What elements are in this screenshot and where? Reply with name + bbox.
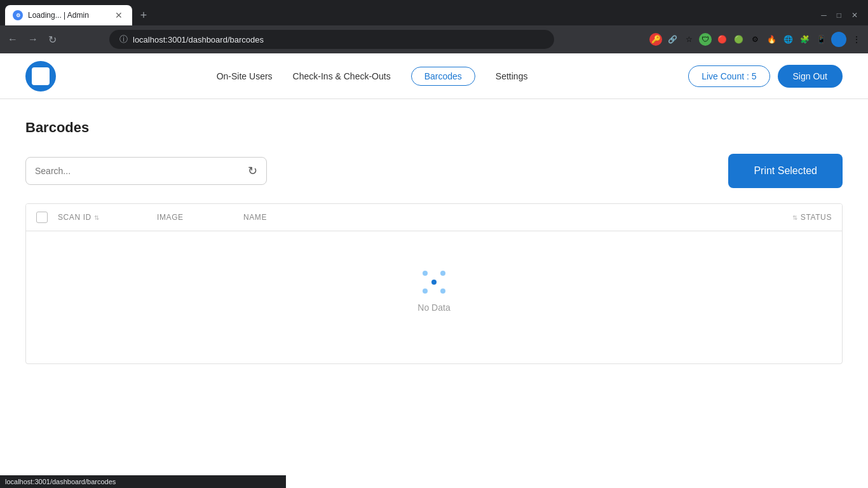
th-image[interactable]: IMAGE — [157, 213, 233, 222]
window-maximize[interactable]: □ — [837, 11, 841, 20]
th-status-sort-icon: ⇅ — [792, 214, 798, 221]
back-button[interactable]: ← — [5, 31, 20, 48]
password-icon[interactable]: 🔑 — [649, 33, 662, 46]
nav-link-settings[interactable]: Settings — [496, 67, 528, 85]
address-bar-row: ← → ↻ ⓘ localhost:3001/dashboard/barcode… — [0, 25, 868, 53]
reload-button[interactable]: ↻ — [46, 31, 59, 48]
th-scan-id[interactable]: SCAN ID ⇅ — [58, 213, 147, 222]
page-content: Barcodes ↻ Print Selected SCAN ID ⇅ IMAG… — [0, 99, 868, 384]
extension-7-icon[interactable]: 🧩 — [798, 33, 811, 46]
no-data-area: No Data — [26, 231, 842, 363]
extension-3-icon[interactable]: 🟢 — [732, 33, 745, 46]
window-minimize[interactable]: ─ — [821, 11, 827, 20]
nav-right: Live Count : 5 Sign Out — [688, 65, 843, 88]
nav-link-barcodes[interactable]: Barcodes — [411, 67, 475, 86]
extension-5-icon[interactable]: 🔥 — [765, 33, 778, 46]
th-status-label: STATUS — [801, 213, 832, 222]
logo-inner — [32, 67, 50, 85]
nav-link-on-site-users[interactable]: On-Site Users — [217, 67, 273, 85]
extension-2-icon[interactable]: 🔴 — [715, 33, 728, 46]
active-tab[interactable]: ⚙ Loading... | Admin ✕ — [5, 5, 132, 25]
status-bar-url: localhost:3001/dashboard/barcodes — [5, 478, 116, 485]
tab-close-button[interactable]: ✕ — [113, 10, 125, 21]
th-name-label: NAME — [243, 213, 267, 222]
profile-icon[interactable]: 👤 — [831, 32, 846, 47]
sign-out-button[interactable]: Sign Out — [778, 65, 843, 88]
toolbar-icons: 🔑 🔗 ☆ 🛡 🔴 🟢 ⚙ 🔥 🌐 🧩 📱 👤 ⋮ — [649, 32, 863, 47]
nav-link-check-ins[interactable]: Check-Ins & Check-Outs — [293, 67, 391, 85]
window-controls: ─ □ ✕ — [821, 11, 863, 20]
th-scan-id-sort-icon: ⇅ — [94, 214, 100, 221]
toolbar-row: ↻ Print Selected — [25, 154, 843, 188]
new-tab-button[interactable]: + — [135, 6, 153, 24]
tab-bar: ⚙ Loading... | Admin ✕ + ─ □ ✕ — [0, 0, 868, 25]
share-icon[interactable]: 🔗 — [666, 33, 679, 46]
th-scan-id-label: SCAN ID — [58, 213, 92, 222]
app-content: On-Site Users Check-Ins & Check-Outs Bar… — [0, 53, 868, 488]
search-input[interactable] — [35, 166, 243, 176]
extension-1-icon[interactable]: 🛡 — [699, 33, 712, 46]
table-container: SCAN ID ⇅ IMAGE NAME ⇅ STATUS — [25, 203, 843, 364]
lock-icon: ⓘ — [119, 34, 128, 45]
nav-links: On-Site Users Check-Ins & Check-Outs Bar… — [81, 67, 663, 86]
dot-c — [431, 280, 437, 285]
status-bar: localhost:3001/dashboard/barcodes — [0, 475, 286, 488]
no-data-icon — [421, 269, 447, 295]
address-bar[interactable]: ⓘ localhost:3001/dashboard/barcodes — [109, 30, 554, 49]
dot-br — [440, 288, 445, 294]
forward-button[interactable]: → — [25, 31, 41, 48]
extension-8-icon[interactable]: 📱 — [815, 33, 827, 46]
page-title: Barcodes — [25, 119, 843, 136]
print-selected-button[interactable]: Print Selected — [728, 154, 843, 188]
th-status[interactable]: ⇅ STATUS — [792, 213, 832, 222]
nav-header: On-Site Users Check-Ins & Check-Outs Bar… — [0, 53, 868, 99]
refresh-icon[interactable]: ↻ — [248, 164, 257, 178]
dot-bl — [423, 288, 428, 294]
no-data-label: No Data — [417, 302, 450, 313]
extension-4-icon[interactable]: ⚙ — [749, 33, 761, 46]
search-box[interactable]: ↻ — [25, 157, 267, 185]
window-close[interactable]: ✕ — [851, 11, 858, 20]
th-image-label: IMAGE — [157, 213, 184, 222]
tab-title: Loading... | Admin — [28, 11, 108, 20]
address-text: localhost:3001/dashboard/barcodes — [133, 35, 544, 44]
th-name[interactable]: NAME — [243, 213, 782, 222]
live-count-button[interactable]: Live Count : 5 — [688, 65, 770, 87]
table-header: SCAN ID ⇅ IMAGE NAME ⇅ STATUS — [26, 204, 842, 231]
tab-favicon: ⚙ — [13, 10, 23, 20]
dot-tl — [423, 271, 428, 276]
menu-icon[interactable]: ⋮ — [850, 33, 863, 46]
select-all-checkbox[interactable] — [36, 212, 48, 223]
dot-tr — [440, 271, 445, 276]
bookmark-icon[interactable]: ☆ — [682, 33, 695, 46]
browser-chrome: ⚙ Loading... | Admin ✕ + ─ □ ✕ ← → ↻ ⓘ l… — [0, 0, 868, 53]
logo — [25, 61, 56, 92]
extension-6-icon[interactable]: 🌐 — [782, 33, 794, 46]
